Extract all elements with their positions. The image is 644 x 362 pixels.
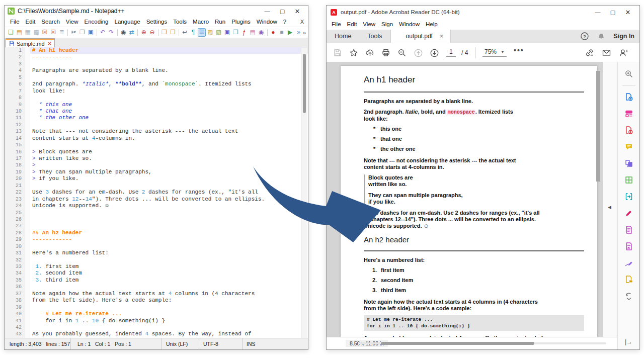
npp-menu-settings[interactable]: Settings — [143, 18, 171, 26]
save-all-icon[interactable]: ▩ — [32, 28, 41, 37]
npp-menu-window[interactable]: Window — [254, 18, 280, 26]
find-icon[interactable]: ◉ — [119, 28, 128, 37]
zoom-in-icon[interactable]: ⊕ — [139, 28, 148, 37]
sign-in-button[interactable]: Sign In — [613, 33, 634, 40]
cut-icon[interactable]: ✂ — [69, 28, 78, 37]
function-icon[interactable]: ƒ — [240, 28, 249, 37]
replace-icon[interactable]: ⇄ — [127, 28, 136, 37]
expand-left-panel-icon[interactable]: ▶ — [332, 201, 335, 206]
more-tools-icon[interactable] — [623, 290, 635, 302]
help-icon[interactable]: ? — [580, 32, 589, 41]
folder-workspace-icon[interactable]: ❐ — [231, 28, 240, 37]
notifications-bell-icon[interactable] — [597, 32, 605, 41]
expand-tools-pane-icon[interactable]: |→ — [625, 338, 632, 345]
acrobat-menu-sign[interactable]: Sign — [378, 20, 396, 28]
sync-horizontal-icon[interactable]: ❐ — [169, 28, 177, 37]
acrobat-menu-window[interactable]: Window — [396, 20, 423, 28]
word-wrap-icon[interactable]: ↩ — [181, 28, 189, 37]
cloud-upload-icon[interactable] — [365, 48, 375, 58]
npp-minimize-icon[interactable]: — — [260, 8, 275, 14]
tab-document[interactable]: output.pdf × — [390, 30, 451, 43]
save-icon[interactable]: ▦ — [24, 28, 32, 37]
npp-menu-encoding[interactable]: Encoding — [82, 18, 112, 26]
edit-pdf-icon[interactable] — [623, 124, 635, 136]
npp-menu-file[interactable]: File — [7, 18, 23, 26]
pdf-viewport[interactable]: An h1 headerParagraphs are separated by … — [327, 62, 603, 337]
macro-multiplay-icon[interactable]: » — [294, 28, 303, 37]
next-page-icon[interactable] — [429, 48, 439, 58]
npp-menu-tools[interactable]: Tools — [170, 18, 190, 26]
save-icon[interactable] — [333, 48, 343, 58]
zoom-out-icon[interactable] — [397, 48, 407, 58]
star-favorite-icon[interactable] — [349, 48, 359, 58]
show-symbols-icon[interactable]: ¶ — [189, 28, 198, 37]
npp-scrollbar-thumb[interactable] — [303, 54, 306, 113]
npp-menu-search[interactable]: Search — [38, 18, 62, 26]
function-list-icon[interactable]: ▧ — [214, 28, 223, 37]
sync-vertical-icon[interactable]: ❐ — [160, 28, 169, 37]
create-pdf-icon[interactable] — [623, 108, 635, 120]
npp-menu-help[interactable]: ? — [280, 18, 289, 26]
print-icon[interactable] — [381, 48, 391, 58]
npp-menu-view[interactable]: View — [63, 18, 82, 26]
npp-menu-macro[interactable]: Macro — [190, 18, 212, 26]
npp-maximize-icon[interactable]: ▢ — [275, 8, 290, 15]
doc-switcher-icon[interactable]: ▣ — [223, 28, 231, 37]
search-tools-icon[interactable] — [623, 68, 635, 80]
tab-home[interactable]: Home — [327, 30, 359, 43]
zoom-out-icon[interactable]: ⊖ — [148, 28, 156, 37]
pdf-hscrollbar-thumb[interactable] — [381, 342, 534, 345]
acrobat-maximize-icon[interactable]: ▢ — [605, 9, 620, 16]
npp-menu-plugins[interactable]: Plugins — [228, 18, 254, 26]
acrobat-menu-help[interactable]: Help — [423, 20, 441, 28]
combine-files-icon[interactable] — [623, 157, 635, 169]
macro-play-icon[interactable]: ▶ — [286, 28, 294, 37]
npp-close-icon[interactable]: ✕ — [290, 8, 305, 15]
tab-tools[interactable]: Tools — [359, 30, 390, 43]
macro-stop-icon[interactable]: ■ — [277, 28, 286, 37]
npp-vertical-scrollbar[interactable] — [301, 48, 307, 338]
npp-toolbar-overflow-icon[interactable]: » — [303, 30, 306, 36]
share-link-icon[interactable] — [584, 48, 594, 58]
certificates-icon[interactable] — [623, 257, 635, 269]
npp-tab-close-icon[interactable]: ✕ — [48, 41, 52, 46]
collapse-right-panel-icon[interactable]: ◀ — [608, 205, 611, 210]
pdf-vertical-scrollbar[interactable] — [596, 62, 600, 337]
profile-avatar-icon[interactable] — [618, 48, 628, 58]
npp-menu-close-icon[interactable]: X — [300, 19, 304, 25]
redo-icon[interactable]: ↷ — [107, 28, 116, 37]
more-tools-ellipsis-icon[interactable]: ••• — [514, 46, 524, 54]
export-pdf-icon[interactable] — [623, 91, 635, 103]
paste-icon[interactable]: ▣ — [87, 28, 95, 37]
npp-menu-language[interactable]: Language — [111, 18, 143, 26]
indent-guide-icon[interactable]: ☰ — [198, 28, 206, 37]
previous-page-icon[interactable] — [413, 48, 423, 58]
comment-icon[interactable] — [623, 141, 635, 153]
close-all-icon[interactable]: ☒ — [49, 28, 57, 37]
compress-pdf-icon[interactable] — [623, 191, 635, 203]
print-icon[interactable]: ≣ — [57, 28, 66, 37]
acrobat-menu-view[interactable]: View — [360, 20, 378, 28]
fill-sign-icon[interactable] — [623, 207, 635, 219]
organize-pages-icon[interactable] — [623, 174, 635, 186]
project-panel-icon[interactable]: ▤ — [249, 28, 257, 37]
stamp-icon[interactable] — [623, 274, 635, 286]
document-tab-close-icon[interactable]: × — [440, 33, 443, 40]
view-eye-icon[interactable]: ◉ — [257, 28, 266, 37]
pdf-scrollbar-thumb[interactable] — [596, 71, 600, 182]
acrobat-menu-file[interactable]: File — [329, 20, 344, 28]
npp-editor[interactable]: 1# An h1 header2------------34Paragraphs… — [5, 47, 308, 338]
copy-icon[interactable]: ❐ — [78, 28, 87, 37]
new-file-icon[interactable]: ❏ — [7, 28, 15, 37]
prepare-form-icon[interactable] — [623, 240, 635, 252]
zoom-level-dropdown[interactable]: 75%▼ — [482, 48, 507, 57]
doc-map-icon[interactable]: ▨ — [206, 28, 214, 37]
email-icon[interactable] — [601, 48, 611, 58]
close-file-icon[interactable]: ☒ — [41, 28, 49, 37]
acrobat-minimize-icon[interactable]: — — [590, 9, 605, 15]
npp-document-tab[interactable]: Sample.md ✕ — [6, 38, 55, 48]
npp-menu-run[interactable]: Run — [212, 18, 228, 26]
acrobat-close-icon[interactable]: ✕ — [620, 9, 635, 16]
open-file-icon[interactable]: ▤ — [15, 28, 24, 37]
macro-record-icon[interactable]: ● — [269, 28, 278, 37]
